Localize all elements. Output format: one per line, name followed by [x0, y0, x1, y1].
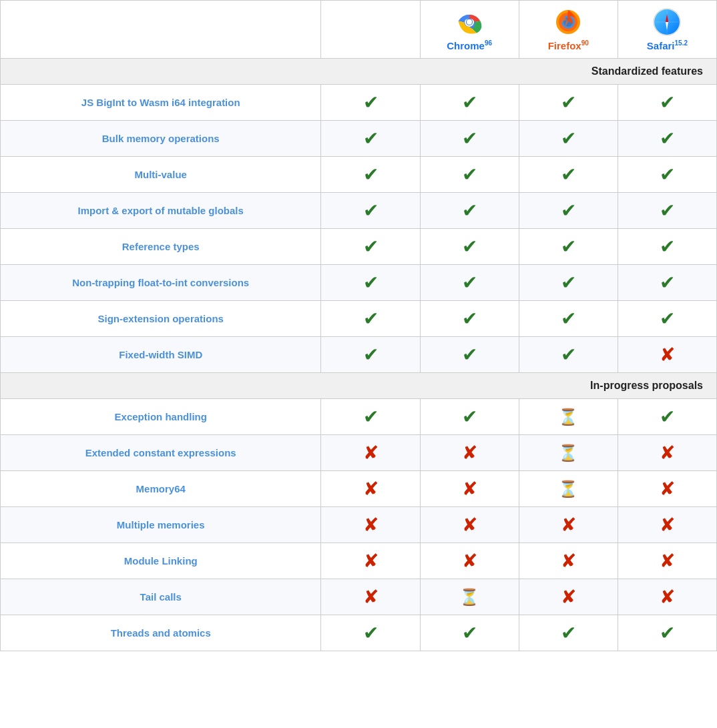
your-browser-status: ✘: [321, 471, 420, 507]
safari-status: ✔: [618, 193, 716, 229]
chrome-status: ✘: [420, 507, 519, 543]
safari-icon: [652, 7, 682, 37]
section-header-row: In-progress proposals: [1, 373, 717, 399]
table-row: Fixed-width SIMD✔✔✔✘: [1, 337, 717, 373]
table-row: Threads and atomics✔✔✔✔: [1, 615, 717, 651]
firefox-status: ✔: [519, 157, 618, 193]
table-row: Bulk memory operations✔✔✔✔: [1, 121, 717, 157]
chrome-status: ✔: [420, 301, 519, 337]
firefox-status: ✘: [519, 507, 618, 543]
chrome-status: ✘: [420, 543, 519, 579]
section-title: Standardized features: [1, 59, 717, 85]
firefox-status: ✔: [519, 337, 618, 373]
your-browser-status: ✔: [321, 301, 420, 337]
section-title: In-progress proposals: [1, 373, 717, 399]
safari-status: ✔: [618, 121, 716, 157]
table-row: Multi-value✔✔✔✔: [1, 157, 717, 193]
table-row: Extended constant expressions✘✘⏳✘: [1, 435, 717, 471]
feature-name: Module Linking: [1, 543, 321, 579]
firefox-status: ⏳: [519, 399, 618, 435]
firefox-status: ✔: [519, 229, 618, 265]
table-row: Reference types✔✔✔✔: [1, 229, 717, 265]
safari-status: ✔: [618, 265, 716, 301]
chrome-header: Chrome96: [420, 1, 519, 59]
feature-name: Reference types: [1, 229, 321, 265]
table-row: Memory64✘✘⏳✘: [1, 471, 717, 507]
safari-status: ✘: [618, 337, 716, 373]
table-row: Import & export of mutable globals✔✔✔✔: [1, 193, 717, 229]
chrome-status: ✔: [420, 399, 519, 435]
firefox-status: ✘: [519, 579, 618, 615]
feature-name: Import & export of mutable globals: [1, 193, 321, 229]
your-browser-status: ✔: [321, 229, 420, 265]
feature-name: Fixed-width SIMD: [1, 337, 321, 373]
your-browser-status: ✔: [321, 85, 420, 121]
your-browser-status: ✘: [321, 543, 420, 579]
your-browser-status: ✔: [321, 399, 420, 435]
your-browser-status: ✔: [321, 157, 420, 193]
feature-name: Non-trapping float-to-int conversions: [1, 265, 321, 301]
chrome-status: ✔: [420, 229, 519, 265]
firefox-header: Firefox90: [519, 1, 618, 59]
safari-status: ✔: [618, 301, 716, 337]
feature-name: Sign-extension operations: [1, 301, 321, 337]
firefox-status: ✔: [519, 193, 618, 229]
safari-status: ✘: [618, 471, 716, 507]
your-browser-status: ✔: [321, 193, 420, 229]
safari-header: Safari15.2: [618, 1, 716, 59]
firefox-status: ✘: [519, 543, 618, 579]
feature-column-header: [1, 1, 321, 59]
your-browser-status: ✔: [321, 121, 420, 157]
chrome-status: ✘: [420, 435, 519, 471]
your-browser-status: ✘: [321, 579, 420, 615]
your-browser-header: [321, 1, 420, 59]
safari-status: ✔: [618, 157, 716, 193]
feature-name: Tail calls: [1, 579, 321, 615]
safari-status: ✔: [618, 229, 716, 265]
chrome-status: ✔: [420, 157, 519, 193]
safari-status: ✔: [618, 399, 716, 435]
safari-status: ✘: [618, 507, 716, 543]
table-row: Tail calls✘⏳✘✘: [1, 579, 717, 615]
table-row: Sign-extension operations✔✔✔✔: [1, 301, 717, 337]
chrome-status: ✔: [420, 265, 519, 301]
feature-name: JS BigInt to Wasm i64 integration: [1, 85, 321, 121]
feature-name: Memory64: [1, 471, 321, 507]
firefox-status: ✔: [519, 301, 618, 337]
firefox-status: ⏳: [519, 435, 618, 471]
chrome-status: ✔: [420, 337, 519, 373]
safari-status: ✘: [618, 543, 716, 579]
firefox-status: ✔: [519, 615, 618, 651]
safari-status: ✔: [618, 615, 716, 651]
feature-name: Exception handling: [1, 399, 321, 435]
table-row: Multiple memories✘✘✘✘: [1, 507, 717, 543]
firefox-status: ✔: [519, 85, 618, 121]
firefox-status: ✔: [519, 265, 618, 301]
table-row: Exception handling✔✔⏳✔: [1, 399, 717, 435]
chrome-status: ✘: [420, 471, 519, 507]
your-browser-status: ✔: [321, 337, 420, 373]
your-browser-status: ✘: [321, 435, 420, 471]
svg-point-4: [467, 19, 472, 25]
your-browser-status: ✔: [321, 615, 420, 651]
safari-status: ✘: [618, 435, 716, 471]
firefox-icon: [553, 7, 583, 37]
table-row: Non-trapping float-to-int conversions✔✔✔…: [1, 265, 717, 301]
section-header-row: Standardized features: [1, 59, 717, 85]
feature-name: Multi-value: [1, 157, 321, 193]
chrome-status: ✔: [420, 121, 519, 157]
safari-status: ✔: [618, 85, 716, 121]
firefox-status: ⏳: [519, 471, 618, 507]
firefox-status: ✔: [519, 121, 618, 157]
feature-name: Extended constant expressions: [1, 435, 321, 471]
feature-name: Bulk memory operations: [1, 121, 321, 157]
chrome-status: ✔: [420, 85, 519, 121]
your-browser-status: ✔: [321, 265, 420, 301]
table-row: Module Linking✘✘✘✘: [1, 543, 717, 579]
your-browser-status: ✘: [321, 507, 420, 543]
feature-name: Threads and atomics: [1, 615, 321, 651]
chrome-status: ✔: [420, 193, 519, 229]
chrome-icon: [455, 7, 484, 37]
feature-name: Multiple memories: [1, 507, 321, 543]
chrome-status: ⏳: [420, 579, 519, 615]
